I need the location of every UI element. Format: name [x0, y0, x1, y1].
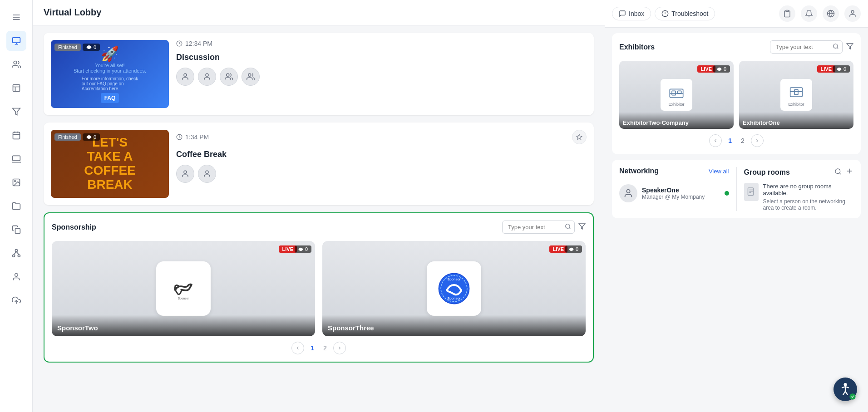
exhibitors-pagination: 1 2	[619, 134, 853, 147]
exhibitors-next-btn[interactable]	[751, 134, 764, 147]
avatar-4[interactable]	[242, 68, 260, 86]
sponsorship-next-btn[interactable]	[333, 342, 346, 354]
svg-line-66	[839, 173, 841, 174]
sponsorship-search-icon[interactable]	[565, 223, 571, 231]
group-rooms-empty-subtitle: Select a person on the networking area t…	[763, 198, 854, 211]
session-thumbnail-coffee[interactable]: Let'sTake aCoffeeBreak Finished 0	[51, 130, 169, 198]
sponsorship-page-2[interactable]: 2	[321, 343, 330, 353]
svg-point-19	[18, 255, 20, 257]
sponsorship-page-1[interactable]: 1	[308, 343, 317, 353]
clipboard-icon-btn[interactable]	[779, 5, 795, 22]
exhibitors-filter-icon[interactable]	[846, 43, 853, 52]
troubleshoot-button[interactable]: Troubleshoot	[655, 7, 715, 20]
coffee-avatar-2[interactable]	[198, 165, 216, 183]
svg-point-30	[89, 137, 90, 138]
sponsor-card-three[interactable]: Sponsor Sponsor LIVE 0 SponsorThree	[322, 241, 586, 336]
exhibitor-card-two[interactable]: Exhibitor LIVE 0 ExhibitorTwo-Company	[619, 61, 734, 129]
sponsorship-filter-icon[interactable]	[578, 223, 586, 232]
group-rooms-search-icon[interactable]	[834, 168, 842, 177]
svg-point-52	[833, 44, 838, 48]
inbox-button[interactable]: Inbox	[612, 7, 651, 20]
sidebar-item-network[interactable]	[6, 243, 26, 263]
sidebar-item-people[interactable]	[6, 54, 26, 74]
sidebar-item-menu[interactable]	[6, 7, 26, 27]
svg-point-28	[227, 74, 229, 76]
networking-view-all[interactable]: View all	[709, 168, 729, 175]
avatar-1[interactable]	[176, 68, 194, 86]
session-info-coffee: 1:34 PM Coffee Break	[176, 130, 587, 183]
svg-point-26	[184, 74, 187, 76]
sidebar-item-calendar[interactable]	[6, 125, 26, 145]
accessibility-button[interactable]	[833, 378, 857, 401]
globe-icon-btn[interactable]	[823, 5, 839, 22]
svg-point-17	[15, 250, 17, 252]
session-title-discussion: Discussion	[176, 53, 587, 62]
exhibitors-search-icon[interactable]	[833, 43, 839, 51]
svg-rect-61	[794, 90, 798, 95]
sponsorship-search-input[interactable]	[502, 221, 575, 234]
user-icon-btn[interactable]	[844, 5, 861, 22]
sponsor-card-two[interactable]: Sponsor LIVE 0 SponsorTwo	[52, 241, 315, 336]
session-card-discussion: 🚀 You're all set!Start checking in your …	[44, 33, 594, 115]
svg-marker-32	[577, 134, 582, 139]
top-nav: Inbox Troubleshoot	[605, 0, 868, 28]
svg-point-27	[206, 74, 208, 76]
exhibitor-two-live-badge: LIVE	[697, 65, 715, 73]
sponsor-two-logo: Sponsor	[156, 261, 211, 316]
session-thumbnail-discussion[interactable]: 🚀 You're all set!Start checking in your …	[51, 40, 169, 108]
sponsors-grid: Sponsor LIVE 0 SponsorTwo	[52, 241, 586, 336]
sidebar-item-folder[interactable]	[6, 196, 26, 216]
avatar-3[interactable]	[220, 68, 238, 86]
svg-point-33	[184, 171, 187, 173]
group-rooms-empty: There are no group rooms available. Sele…	[744, 183, 854, 211]
svg-point-73	[844, 383, 847, 386]
exhibitors-search-input[interactable]	[770, 40, 843, 54]
sidebar-item-upload[interactable]	[6, 290, 26, 310]
sidebar-item-copy[interactable]	[6, 220, 26, 240]
sidebar-item-group[interactable]	[6, 267, 26, 287]
session-status-badge-discussion: Finished	[54, 44, 81, 51]
group-rooms-panel: Group rooms There are no group rooms ava…	[736, 167, 854, 211]
session-card-coffee: Let'sTake aCoffeeBreak Finished 0 1:34 P…	[44, 123, 594, 205]
group-rooms-add-icon[interactable]	[845, 167, 853, 177]
svg-point-74	[849, 393, 855, 399]
svg-point-6	[14, 61, 17, 64]
exhibitors-page-1[interactable]: 1	[725, 136, 735, 145]
session-time-discussion: 12:34 PM	[176, 40, 587, 47]
top-nav-left: Inbox Troubleshoot	[612, 7, 715, 20]
right-panel: Inbox Troubleshoot Exhibitors	[605, 0, 868, 412]
session-views-discussion: 0	[83, 44, 100, 51]
exhibitors-page-2[interactable]: 2	[738, 136, 747, 145]
svg-point-34	[206, 171, 208, 173]
svg-point-65	[835, 169, 840, 174]
svg-marker-54	[847, 44, 853, 49]
exhibitors-section: Exhibitors	[612, 33, 861, 154]
exhibitor-one-live-badge: LIVE	[817, 65, 835, 73]
group-rooms-empty-text: There are no group rooms available. Sele…	[763, 183, 854, 211]
sponsorship-prev-btn[interactable]	[291, 342, 304, 354]
session-avatars-discussion	[176, 68, 587, 86]
coffee-avatar-1[interactable]	[176, 165, 194, 183]
svg-rect-13	[12, 156, 20, 161]
svg-text:Sponsor: Sponsor	[447, 277, 460, 281]
sidebar-item-image[interactable]	[6, 172, 26, 192]
sidebar-item-laptop[interactable]	[6, 149, 26, 169]
bookmark-button-coffee[interactable]	[572, 130, 587, 144]
sidebar-item-chart[interactable]	[6, 78, 26, 98]
svg-line-20	[14, 252, 16, 255]
networking-person[interactable]: SpeakerOne Manager @ My Mompany	[619, 181, 729, 206]
exhibitor-card-one[interactable]: Exhibitor LIVE 0 ExhibitorOne	[739, 61, 853, 129]
svg-text:Sponsor: Sponsor	[178, 297, 189, 300]
bell-icon-btn[interactable]	[801, 5, 817, 22]
exhibitor-one-logo: Exhibitor	[780, 79, 812, 111]
speaker-one-avatar	[619, 184, 637, 202]
svg-point-64	[626, 190, 630, 193]
sponsor-two-name: SponsorTwo	[52, 315, 315, 336]
sidebar	[0, 0, 33, 412]
group-rooms-empty-title: There are no group rooms available.	[763, 183, 854, 196]
sidebar-item-filter[interactable]	[6, 102, 26, 122]
exhibitors-prev-btn[interactable]	[709, 134, 722, 147]
networking-title: Networking	[619, 167, 659, 175]
sidebar-item-monitor[interactable]	[6, 31, 26, 51]
avatar-2[interactable]	[198, 68, 216, 86]
